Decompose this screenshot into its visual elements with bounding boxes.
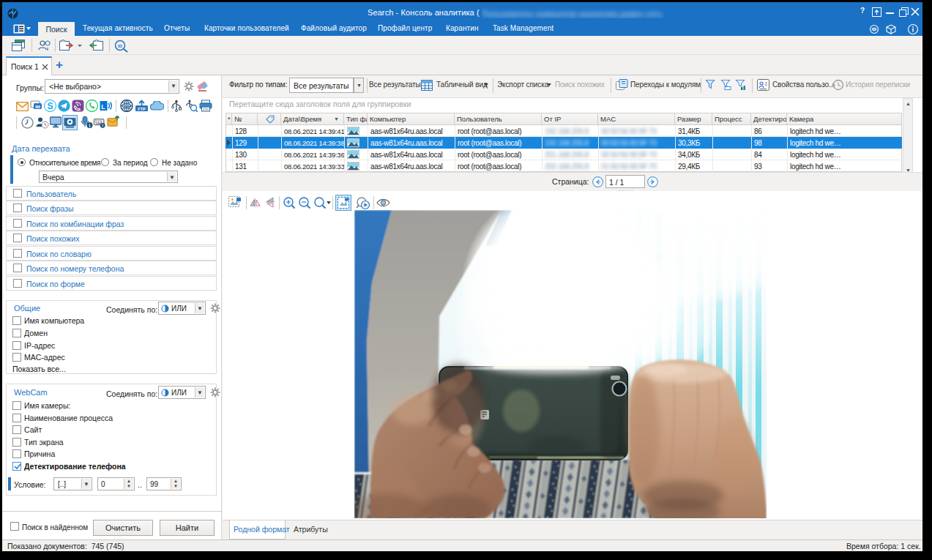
svg-text:IM: IM [35, 105, 40, 109]
svg-text:L: L [101, 103, 105, 111]
svg-text:i: i [89, 123, 91, 128]
svg-text:S: S [47, 101, 53, 111]
svg-text:ID: ID [118, 44, 123, 48]
svg-text:API: API [871, 28, 876, 31]
svg-text:FTP: FTP [138, 107, 146, 111]
svg-text:HTTP: HTTP [123, 104, 131, 108]
